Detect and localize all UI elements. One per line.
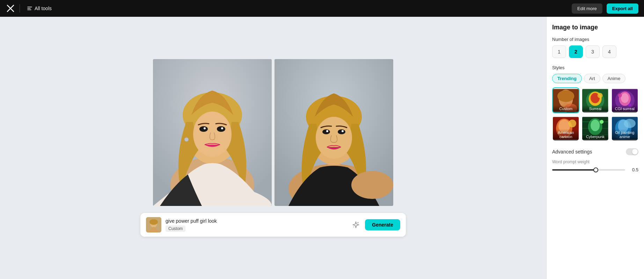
slider-thumb[interactable]: [593, 167, 598, 172]
style-card-cyberpunk[interactable]: Cyberpunk: [581, 115, 609, 141]
svg-point-11: [221, 127, 223, 129]
advanced-section: Advanced settings Word prompt weight 0.5: [552, 148, 638, 172]
num-images-1[interactable]: 1: [552, 45, 566, 58]
svg-point-51: [591, 120, 600, 131]
svg-point-26: [149, 219, 158, 225]
images-row: [153, 59, 393, 206]
svg-point-27: [358, 222, 359, 223]
num-images-label: Number of images: [552, 37, 638, 42]
prompt-text-area: give power puff girl look Custom: [166, 218, 346, 232]
all-tools-label: All tools: [35, 6, 52, 11]
canvas-area: give power puff girl look Custom Generat…: [0, 17, 546, 279]
tools-icon: [27, 6, 32, 11]
svg-point-22: [342, 130, 344, 132]
num-images-row: 1 2 3 4: [552, 45, 638, 58]
svg-point-10: [204, 127, 206, 129]
svg-point-37: [598, 93, 603, 98]
app-header: All tools Edit more Export all: [0, 0, 644, 17]
prompt-thumbnail: [146, 217, 161, 232]
svg-point-31: [557, 90, 574, 102]
header-divider: [20, 4, 20, 13]
tab-anime[interactable]: Anime: [602, 74, 626, 83]
svg-point-47: [569, 120, 576, 127]
svg-point-9: [217, 126, 225, 132]
svg-point-8: [199, 126, 208, 132]
style-label-cgi-surreal: CGI surreal: [612, 105, 638, 113]
prompt-bar: give power puff girl look Custom Generat…: [140, 213, 406, 237]
svg-point-19: [322, 129, 330, 134]
num-images-3[interactable]: 3: [586, 45, 600, 58]
generate-button[interactable]: Generate: [365, 219, 400, 230]
word-prompt-weight-label: Word prompt weight: [552, 159, 638, 164]
all-tools-button[interactable]: All tools: [24, 4, 54, 13]
svg-point-60: [624, 119, 635, 128]
prompt-text: give power puff girl look: [166, 218, 346, 224]
prompt-style-tag[interactable]: Custom: [166, 226, 185, 232]
export-all-button[interactable]: Export all: [607, 3, 638, 14]
image-2-svg: [275, 59, 393, 206]
generated-image-2[interactable]: [275, 59, 393, 206]
advanced-settings-label: Advanced settings: [552, 149, 592, 155]
sparkle-icon: [352, 221, 360, 229]
style-label-american-cartoon: American cartoon: [553, 129, 579, 141]
svg-point-20: [338, 129, 345, 134]
svg-point-41: [621, 93, 629, 103]
prompt-actions: Generate: [350, 219, 400, 230]
right-panel: Image to image Number of images 1 2 3 4 …: [546, 17, 644, 279]
svg-point-12: [184, 137, 189, 142]
tab-art[interactable]: Art: [584, 74, 600, 83]
styles-label: Styles: [552, 65, 638, 70]
slider-track[interactable]: [552, 169, 625, 171]
advanced-header: Advanced settings: [552, 148, 638, 155]
main-layout: give power puff girl look Custom Generat…: [0, 17, 644, 279]
svg-point-55: [600, 120, 603, 124]
panel-title: Image to image: [552, 24, 638, 31]
style-card-oil-painting-anime[interactable]: Oil painting anime: [611, 115, 638, 141]
num-images-2[interactable]: 2: [569, 45, 583, 58]
edit-more-button[interactable]: Edit more: [572, 3, 602, 14]
advanced-toggle[interactable]: [626, 148, 638, 155]
svg-point-18: [316, 117, 352, 159]
tab-trending[interactable]: Trending: [552, 74, 582, 83]
slider-value: 0.5: [629, 167, 638, 172]
style-card-custom[interactable]: Custom: [552, 87, 579, 113]
svg-point-28: [353, 227, 354, 227]
style-label-surreal: Surreal: [582, 105, 608, 113]
style-card-surreal[interactable]: Surreal: [581, 87, 609, 113]
style-card-american-cartoon[interactable]: American cartoon: [552, 115, 579, 141]
style-tabs: Trending Art Anime: [552, 74, 638, 83]
style-grid: Custom Surreal: [552, 87, 638, 141]
svg-point-7: [193, 112, 232, 157]
logo: [6, 3, 15, 13]
slider-row: 0.5: [552, 167, 638, 172]
generated-image-1[interactable]: [153, 59, 272, 206]
image-1-svg: [153, 59, 272, 206]
num-images-4[interactable]: 4: [602, 45, 616, 58]
style-card-cgi-surreal[interactable]: CGI surreal: [611, 87, 638, 113]
style-label-cyberpunk: Cyberpunk: [582, 133, 608, 141]
style-label-custom: Custom: [553, 105, 579, 113]
svg-point-23: [351, 171, 393, 199]
sparkle-button[interactable]: [350, 219, 361, 230]
svg-point-42: [618, 93, 622, 97]
svg-point-21: [326, 130, 328, 132]
style-label-oil-painting-anime: Oil painting anime: [612, 129, 638, 141]
